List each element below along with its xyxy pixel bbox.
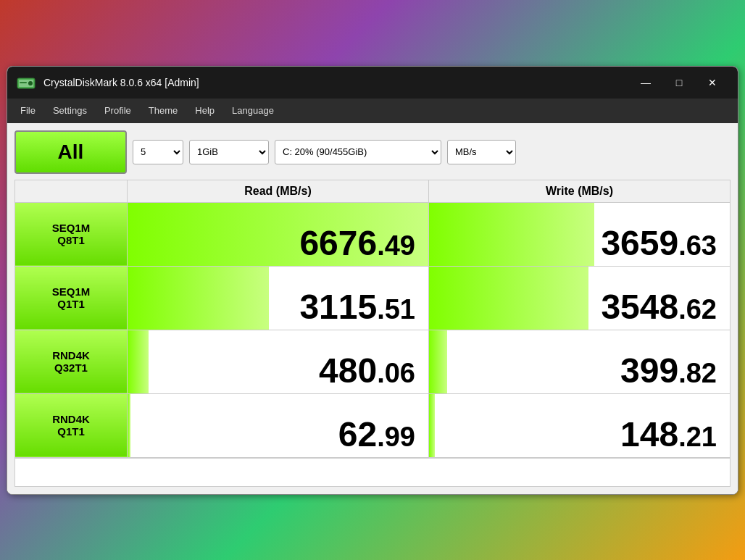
read-int-3: 62 (338, 415, 377, 454)
table-row: SEQ1MQ1T1 3115.51 3548.62 (15, 266, 731, 330)
write-cell-0: 3659.63 (429, 202, 731, 266)
write-cell-1: 3548.62 (429, 266, 731, 330)
app-icon (16, 72, 36, 93)
header-write: Write (MB/s) (429, 180, 731, 202)
main-content: All 5 1 3 9 1GiB 512MiB 256MiB 2GiB C: 2… (7, 123, 738, 494)
read-int-2: 480 (319, 351, 377, 390)
write-bar-1 (429, 267, 588, 330)
read-cell-1: 3115.51 (128, 266, 429, 330)
write-bar-0 (429, 203, 594, 266)
table-row: RND4KQ32T1 480.06 399.82 (15, 330, 731, 393)
menu-language[interactable]: Language (223, 102, 283, 119)
read-bar-1 (128, 267, 269, 330)
write-dec-0: .63 (678, 230, 717, 261)
write-int-2: 399 (620, 351, 678, 390)
menu-profile[interactable]: Profile (96, 102, 140, 119)
read-cell-2: 480.06 (128, 330, 429, 393)
write-int-1: 3548 (601, 288, 678, 326)
app-window: CrystalDiskMark 8.0.6 x64 [Admin] — □ ✕ … (7, 66, 738, 495)
window-controls: — □ ✕ (629, 67, 729, 99)
read-dec-1: .51 (377, 294, 415, 325)
read-bar-3 (128, 394, 130, 457)
minimize-button[interactable]: — (629, 67, 662, 99)
write-dec-1: .62 (678, 294, 717, 325)
read-int-1: 3115 (299, 288, 377, 326)
write-dec-2: .82 (678, 358, 717, 388)
write-int-0: 3659 (601, 224, 678, 262)
write-cell-3: 148.21 (429, 393, 731, 457)
label-cell-2: RND4KQ32T1 (15, 330, 128, 393)
read-cell-3: 62.99 (128, 393, 429, 457)
controls-row: All 5 1 3 9 1GiB 512MiB 256MiB 2GiB C: 2… (14, 130, 731, 174)
count-dropdown[interactable]: 5 1 3 9 (133, 140, 183, 164)
read-dec-2: .06 (377, 358, 415, 388)
maximize-button[interactable]: □ (662, 67, 696, 99)
read-dec-3: .99 (377, 422, 415, 452)
menubar: File Settings Profile Theme Help Languag… (7, 99, 738, 123)
menu-file[interactable]: File (12, 102, 44, 119)
write-dec-3: .21 (678, 422, 717, 452)
label-cell-1: SEQ1MQ1T1 (15, 266, 128, 330)
bench-table: Read (MB/s) Write (MB/s) SEQ1MQ8T1 6676.… (14, 180, 731, 458)
read-int-0: 6676 (299, 224, 377, 262)
write-int-3: 148 (620, 415, 678, 454)
read-cell-0: 6676.49 (128, 202, 429, 266)
label-cell-0: SEQ1MQ8T1 (15, 202, 128, 266)
titlebar: CrystalDiskMark 8.0.6 x64 [Admin] — □ ✕ (7, 67, 738, 99)
status-bar (14, 458, 731, 487)
unit-dropdown[interactable]: MB/s GB/s IOPS μs (447, 140, 516, 164)
svg-rect-3 (20, 82, 27, 83)
svg-point-2 (28, 81, 33, 85)
read-dec-0: .49 (377, 230, 415, 261)
read-bar-2 (128, 330, 149, 393)
write-bar-3 (429, 394, 435, 457)
table-header-row: Read (MB/s) Write (MB/s) (15, 180, 731, 202)
size-dropdown[interactable]: 1GiB 512MiB 256MiB 2GiB (189, 140, 269, 164)
table-row: SEQ1MQ8T1 6676.49 3659.63 (15, 202, 731, 266)
menu-settings[interactable]: Settings (44, 102, 96, 119)
window-title: CrystalDiskMark 8.0.6 x64 [Admin] (43, 77, 629, 88)
all-button[interactable]: All (14, 130, 127, 174)
write-bar-2 (429, 330, 447, 393)
table-row: RND4KQ1T1 62.99 148.21 (15, 393, 731, 457)
menu-help[interactable]: Help (186, 102, 223, 119)
menu-theme[interactable]: Theme (140, 102, 186, 119)
label-cell-3: RND4KQ1T1 (15, 393, 128, 457)
write-cell-2: 399.82 (429, 330, 731, 393)
drive-dropdown[interactable]: C: 20% (90/455GiB) (275, 140, 441, 164)
close-button[interactable]: ✕ (696, 67, 729, 99)
header-read: Read (MB/s) (128, 180, 429, 202)
header-label-cell (15, 180, 128, 202)
